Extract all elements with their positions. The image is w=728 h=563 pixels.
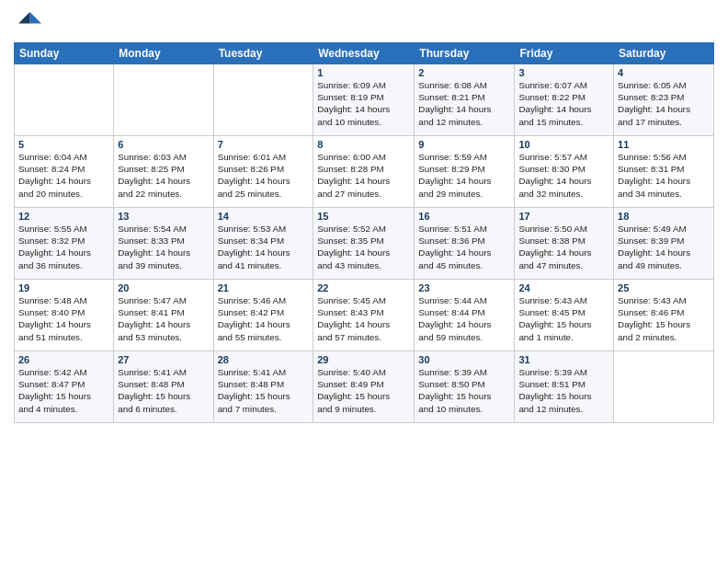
day-info: Sunrise: 5:48 AM Sunset: 8:40 PM Dayligh… bbox=[18, 294, 109, 343]
day-number: 25 bbox=[618, 282, 710, 293]
week-row-1: 1Sunrise: 6:09 AM Sunset: 8:19 PM Daylig… bbox=[15, 64, 714, 136]
day-info: Sunrise: 5:41 AM Sunset: 8:48 PM Dayligh… bbox=[218, 366, 310, 415]
day-number: 11 bbox=[618, 139, 710, 150]
week-row-3: 12Sunrise: 5:55 AM Sunset: 8:32 PM Dayli… bbox=[15, 208, 714, 280]
day-cell-20: 20Sunrise: 5:47 AM Sunset: 8:41 PM Dayli… bbox=[114, 280, 213, 351]
day-cell-9: 9Sunrise: 5:59 AM Sunset: 8:29 PM Daylig… bbox=[415, 136, 515, 208]
week-row-4: 19Sunrise: 5:48 AM Sunset: 8:40 PM Dayli… bbox=[15, 280, 714, 351]
day-cell-21: 21Sunrise: 5:46 AM Sunset: 8:42 PM Dayli… bbox=[213, 280, 313, 351]
day-cell-10: 10Sunrise: 5:57 AM Sunset: 8:30 PM Dayli… bbox=[515, 136, 614, 208]
day-number: 8 bbox=[317, 139, 410, 150]
day-number: 5 bbox=[18, 139, 109, 150]
week-row-5: 26Sunrise: 5:42 AM Sunset: 8:47 PM Dayli… bbox=[15, 351, 714, 423]
day-cell-14: 14Sunrise: 5:53 AM Sunset: 8:34 PM Dayli… bbox=[213, 208, 313, 280]
day-info: Sunrise: 5:50 AM Sunset: 8:38 PM Dayligh… bbox=[518, 223, 609, 271]
day-number: 18 bbox=[618, 211, 710, 222]
day-info: Sunrise: 5:39 AM Sunset: 8:51 PM Dayligh… bbox=[518, 366, 609, 415]
day-info: Sunrise: 6:07 AM Sunset: 8:22 PM Dayligh… bbox=[518, 79, 609, 128]
svg-marker-1 bbox=[18, 12, 29, 23]
day-cell-5: 5Sunrise: 6:04 AM Sunset: 8:24 PM Daylig… bbox=[15, 136, 114, 208]
logo-icon bbox=[16, 9, 41, 35]
day-info: Sunrise: 5:43 AM Sunset: 8:46 PM Dayligh… bbox=[618, 294, 710, 343]
day-info: Sunrise: 5:52 AM Sunset: 8:35 PM Dayligh… bbox=[317, 223, 410, 271]
day-cell-6: 6Sunrise: 6:03 AM Sunset: 8:25 PM Daylig… bbox=[114, 136, 213, 208]
day-info: Sunrise: 5:45 AM Sunset: 8:43 PM Dayligh… bbox=[317, 294, 410, 343]
day-number: 28 bbox=[218, 354, 310, 365]
day-cell-16: 16Sunrise: 5:51 AM Sunset: 8:36 PM Dayli… bbox=[415, 208, 515, 280]
day-cell-19: 19Sunrise: 5:48 AM Sunset: 8:40 PM Dayli… bbox=[15, 280, 114, 351]
day-number: 29 bbox=[317, 354, 410, 365]
day-cell-8: 8Sunrise: 6:00 AM Sunset: 8:28 PM Daylig… bbox=[313, 136, 415, 208]
day-info: Sunrise: 5:46 AM Sunset: 8:42 PM Dayligh… bbox=[218, 294, 310, 343]
day-info: Sunrise: 6:05 AM Sunset: 8:23 PM Dayligh… bbox=[618, 79, 710, 128]
day-number: 9 bbox=[418, 139, 510, 150]
day-cell-25: 25Sunrise: 5:43 AM Sunset: 8:46 PM Dayli… bbox=[614, 280, 714, 351]
day-cell-24: 24Sunrise: 5:43 AM Sunset: 8:45 PM Dayli… bbox=[515, 280, 614, 351]
day-number: 26 bbox=[18, 354, 109, 365]
day-info: Sunrise: 5:42 AM Sunset: 8:47 PM Dayligh… bbox=[18, 366, 109, 415]
day-header-monday: Monday bbox=[114, 43, 213, 64]
day-cell-18: 18Sunrise: 5:49 AM Sunset: 8:39 PM Dayli… bbox=[614, 208, 714, 280]
day-cell-4: 4Sunrise: 6:05 AM Sunset: 8:23 PM Daylig… bbox=[614, 64, 714, 136]
calendar-header: SundayMondayTuesdayWednesdayThursdayFrid… bbox=[15, 43, 714, 64]
day-header-tuesday: Tuesday bbox=[213, 43, 313, 64]
header-row: SundayMondayTuesdayWednesdayThursdayFrid… bbox=[15, 43, 714, 64]
day-number: 7 bbox=[218, 139, 310, 150]
calendar-body: 1Sunrise: 6:09 AM Sunset: 8:19 PM Daylig… bbox=[15, 64, 714, 423]
day-info: Sunrise: 5:54 AM Sunset: 8:33 PM Dayligh… bbox=[118, 223, 209, 271]
day-info: Sunrise: 5:56 AM Sunset: 8:31 PM Dayligh… bbox=[618, 151, 710, 200]
day-cell-31: 31Sunrise: 5:39 AM Sunset: 8:51 PM Dayli… bbox=[515, 351, 614, 423]
day-number: 1 bbox=[317, 67, 410, 78]
day-number: 2 bbox=[418, 67, 510, 78]
day-cell-empty bbox=[15, 64, 114, 136]
day-cell-3: 3Sunrise: 6:07 AM Sunset: 8:22 PM Daylig… bbox=[515, 64, 614, 136]
day-header-friday: Friday bbox=[515, 43, 614, 64]
day-info: Sunrise: 6:00 AM Sunset: 8:28 PM Dayligh… bbox=[317, 151, 410, 200]
day-info: Sunrise: 6:08 AM Sunset: 8:21 PM Dayligh… bbox=[418, 79, 510, 128]
day-info: Sunrise: 5:51 AM Sunset: 8:36 PM Dayligh… bbox=[418, 223, 510, 271]
day-cell-15: 15Sunrise: 5:52 AM Sunset: 8:35 PM Dayli… bbox=[313, 208, 415, 280]
day-number: 13 bbox=[118, 211, 209, 222]
day-info: Sunrise: 5:49 AM Sunset: 8:39 PM Dayligh… bbox=[618, 223, 710, 271]
day-info: Sunrise: 5:55 AM Sunset: 8:32 PM Dayligh… bbox=[18, 223, 109, 271]
day-number: 15 bbox=[317, 211, 410, 222]
day-header-wednesday: Wednesday bbox=[313, 43, 415, 64]
day-number: 19 bbox=[18, 282, 109, 293]
day-cell-12: 12Sunrise: 5:55 AM Sunset: 8:32 PM Dayli… bbox=[15, 208, 114, 280]
day-cell-11: 11Sunrise: 5:56 AM Sunset: 8:31 PM Dayli… bbox=[614, 136, 714, 208]
day-cell-13: 13Sunrise: 5:54 AM Sunset: 8:33 PM Dayli… bbox=[114, 208, 213, 280]
day-number: 22 bbox=[317, 282, 410, 293]
day-info: Sunrise: 5:41 AM Sunset: 8:48 PM Dayligh… bbox=[118, 366, 209, 415]
day-info: Sunrise: 5:43 AM Sunset: 8:45 PM Dayligh… bbox=[518, 294, 609, 343]
day-info: Sunrise: 6:03 AM Sunset: 8:25 PM Dayligh… bbox=[118, 151, 209, 200]
day-cell-28: 28Sunrise: 5:41 AM Sunset: 8:48 PM Dayli… bbox=[213, 351, 313, 423]
day-number: 23 bbox=[418, 282, 510, 293]
day-number: 16 bbox=[418, 211, 510, 222]
day-header-thursday: Thursday bbox=[415, 43, 515, 64]
logo bbox=[14, 9, 41, 35]
day-cell-17: 17Sunrise: 5:50 AM Sunset: 8:38 PM Dayli… bbox=[515, 208, 614, 280]
day-number: 14 bbox=[218, 211, 310, 222]
day-info: Sunrise: 5:40 AM Sunset: 8:49 PM Dayligh… bbox=[317, 366, 410, 415]
day-number: 24 bbox=[518, 282, 609, 293]
day-cell-29: 29Sunrise: 5:40 AM Sunset: 8:49 PM Dayli… bbox=[313, 351, 415, 423]
day-info: Sunrise: 5:47 AM Sunset: 8:41 PM Dayligh… bbox=[118, 294, 209, 343]
day-cell-7: 7Sunrise: 6:01 AM Sunset: 8:26 PM Daylig… bbox=[213, 136, 313, 208]
day-cell-23: 23Sunrise: 5:44 AM Sunset: 8:44 PM Dayli… bbox=[415, 280, 515, 351]
header bbox=[14, 9, 714, 35]
day-cell-empty bbox=[614, 351, 714, 423]
day-cell-26: 26Sunrise: 5:42 AM Sunset: 8:47 PM Dayli… bbox=[15, 351, 114, 423]
page: SundayMondayTuesdayWednesdayThursdayFrid… bbox=[0, 0, 728, 563]
day-info: Sunrise: 6:04 AM Sunset: 8:24 PM Dayligh… bbox=[18, 151, 109, 200]
day-info: Sunrise: 6:09 AM Sunset: 8:19 PM Dayligh… bbox=[317, 79, 410, 128]
day-number: 4 bbox=[618, 67, 710, 78]
day-number: 27 bbox=[118, 354, 209, 365]
day-number: 6 bbox=[118, 139, 209, 150]
day-number: 10 bbox=[518, 139, 609, 150]
day-info: Sunrise: 5:44 AM Sunset: 8:44 PM Dayligh… bbox=[418, 294, 510, 343]
svg-marker-0 bbox=[30, 12, 41, 23]
day-number: 20 bbox=[118, 282, 209, 293]
day-cell-27: 27Sunrise: 5:41 AM Sunset: 8:48 PM Dayli… bbox=[114, 351, 213, 423]
day-number: 21 bbox=[218, 282, 310, 293]
day-cell-empty bbox=[213, 64, 313, 136]
